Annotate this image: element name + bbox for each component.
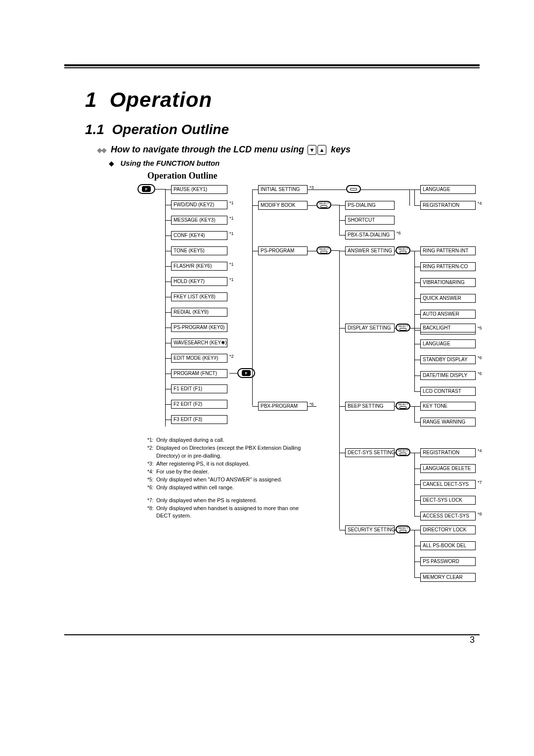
menu-item: RING PATTERN-INT [420, 246, 476, 255]
select-button-icon: SELECT [316, 201, 331, 209]
menu-item: ACCESS DECT-SYS [420, 512, 476, 520]
menu-item: PS-PROGRAM [258, 246, 308, 255]
footnote-ref: *4 [478, 201, 482, 206]
diamond-bullet-icon: ◆◆ [97, 146, 106, 154]
menu-item: ALL PS-BOOK DEL [420, 541, 476, 550]
menu-item: FWD/DND (KEY2) [171, 200, 227, 209]
menu-item: MEMORY CLEAR [420, 573, 476, 582]
menu-item: STANDBY DISPLAY [420, 355, 476, 364]
top-rule [64, 64, 480, 68]
footnote-ref: *8 [478, 512, 482, 517]
footnote-ref: *1 [229, 216, 234, 221]
footnote-ref: *5 [478, 326, 482, 331]
menu-item: LCD CONTRAST [420, 387, 476, 396]
menu-item: REGISTRATION [420, 201, 476, 210]
menu-item: SHORTCUT [345, 216, 395, 225]
section-title: Operation Outline [112, 122, 229, 137]
down-key-icon: ▼ [308, 145, 316, 155]
footnote-ref: *4 [478, 448, 482, 453]
up-key-icon: ▲ [317, 145, 326, 155]
menu-item: WAVESEARCH (KEY✱) [171, 338, 227, 347]
footnote-ref: *6 [478, 355, 482, 360]
footnote: *6:Only displayed within cell range. [147, 484, 311, 492]
footnote-ref: *1 [229, 231, 234, 236]
using-function-row: ◆ Using the FUNCTION button [109, 159, 480, 168]
footnote-ref: *2 [229, 354, 234, 359]
menu-item: DIRECTORY LOCK [420, 525, 476, 534]
section-number: 1.1 [85, 122, 104, 137]
menu-item: DECT-SYS SETTING [345, 448, 395, 457]
howto-suffix: keys [331, 144, 351, 155]
select-button-icon: SELECT [316, 246, 331, 254]
select-button-icon: SELECT [396, 448, 410, 456]
footnote: *3:After registering PS, it is not displ… [147, 460, 311, 468]
menu-item: VIBRATION&RING [420, 278, 476, 287]
select-button-icon: SELECT [396, 324, 410, 331]
function-button-icon: F [137, 184, 155, 194]
menu-item: EDIT MODE (KEY#) [171, 354, 227, 363]
chapter-title: Operation [110, 88, 212, 111]
footnote: *8:Only displayed when handset is assign… [147, 505, 311, 520]
select-button-icon: SELECT [396, 402, 410, 410]
menu-item: REGISTRATION [420, 448, 476, 457]
menu-item: DATE/TIME DISPLY [420, 371, 476, 380]
menu-item: PS-PROGRAM (KEY0) [171, 323, 227, 332]
menu-item: QUICK ANSWER [420, 294, 476, 303]
menu-item: ANSWER SETTING [345, 246, 395, 255]
menu-item: MESSAGE (KEY3) [171, 216, 227, 225]
menu-item: REDIAL (KEY9) [171, 308, 227, 317]
menu-item: BEEP SETTING [345, 402, 395, 411]
menu-item: AUTO ANSWER [420, 310, 476, 319]
footnotes-block: *1:Only displayed during a call.*2:Displ… [147, 436, 311, 520]
footnote: *2:Displayed on Directories (except the … [147, 444, 311, 460]
select-button-icon: SELECT [396, 246, 410, 254]
howto-row: ◆◆ How to navigate through the LCD menu … [97, 144, 480, 155]
footnote: *7:Only displayed when the PS is registe… [147, 497, 311, 505]
menu-item: CONF (KEY4) [171, 231, 227, 240]
menu-item: F2 EDIT (F2) [171, 400, 227, 409]
menu-item: RANGE WARNING [420, 418, 476, 426]
footnote: *1:Only displayed during a call. [147, 436, 311, 444]
footnote-ref: *7 [478, 480, 482, 485]
section-heading: 1.1 Operation Outline [85, 122, 480, 138]
footnote-ref: *1 [229, 262, 234, 267]
footnote: *5:Only displayed when "AUTO ANSWER" is … [147, 476, 311, 484]
menu-item: BACKLIGHT [420, 324, 476, 332]
using-function-text: Using the FUNCTION button [120, 159, 220, 167]
footnote-ref: *1 [229, 200, 234, 205]
menu-item: KEY TONE [420, 402, 476, 411]
chapter-number: 1 [85, 88, 97, 111]
manual-page: 1 Operation 1.1 Operation Outline ◆◆ How… [0, 0, 534, 665]
menu-item: F1 EDIT (F1) [171, 384, 227, 393]
menu-item: DECT-SYS LOCK [420, 496, 476, 505]
page-number: 3 [470, 635, 475, 645]
menu-item: PAUSE (KEY1) [171, 185, 227, 194]
menu-item: LANGUAGE [420, 339, 476, 348]
menu-tree-diagram: F F SELECT SELECT [84, 184, 519, 619]
menu-item: F3 EDIT (F3) [171, 415, 227, 424]
bottom-rule [64, 634, 480, 635]
menu-item: FKEY LIST (KEY8) [171, 292, 227, 301]
diamond-icon: ◆ [109, 159, 114, 167]
menu-item: FLASH/R (KEY6) [171, 262, 227, 271]
menu-item: HOLD (KEY7) [171, 277, 227, 286]
menu-item: DISPLAY SETTING [345, 324, 395, 332]
menu-item: PROGRAM (FNCT) [171, 369, 227, 378]
menu-item: INITIAL SETTING [258, 185, 308, 194]
footnote-ref: *1 [229, 277, 234, 282]
menu-item: PBX-PROGRAM [258, 402, 308, 411]
chapter-heading: 1 Operation [85, 88, 480, 112]
footnote-ref: *6 [397, 231, 401, 236]
menu-item: PS-DIALING [345, 201, 395, 210]
menu-item: CANCEL DECT-SYS [420, 480, 476, 489]
menu-item: LANGUAGE [420, 185, 476, 194]
menu-item: SECURITY SETTING [345, 525, 395, 534]
footnote-ref: *6 [478, 371, 482, 376]
select-button-icon: SELECT [396, 525, 410, 533]
menu-item: PBX-STA-DIALING [345, 231, 395, 239]
menu-item: MODIFY BOOK [258, 201, 308, 210]
menu-item: RING PATTERN-CO [420, 262, 476, 271]
howto-prefix: How to navigate through the LCD menu usi… [111, 144, 304, 155]
menu-item: TONE (KEY5) [171, 246, 227, 255]
footnote: *4:For use by the dealer. [147, 468, 311, 476]
